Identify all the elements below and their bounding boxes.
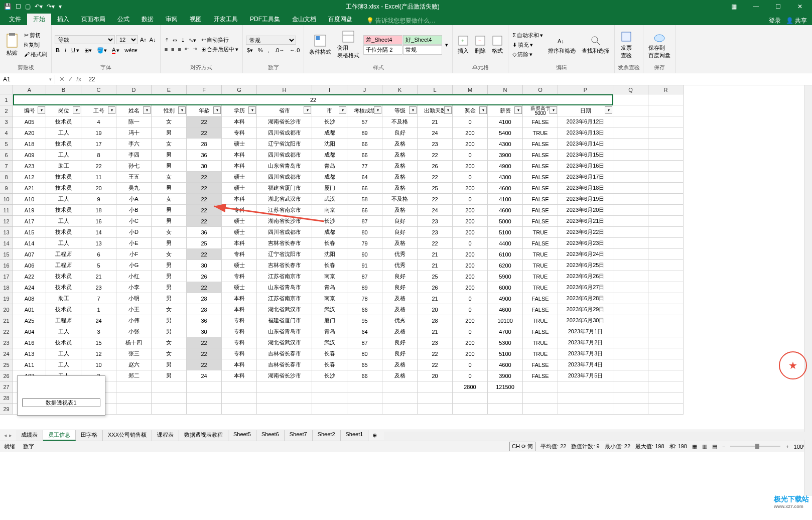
cell[interactable]: 武汉	[312, 194, 347, 205]
cell[interactable]: 良好	[382, 348, 418, 359]
cell[interactable]	[648, 315, 684, 326]
cell[interactable]: 0	[453, 293, 488, 304]
cell[interactable]: TRUE	[523, 315, 558, 326]
cell[interactable]: 助工	[46, 293, 81, 304]
cell[interactable]	[187, 381, 222, 393]
cell[interactable]	[382, 381, 418, 393]
cell[interactable]: 22	[187, 127, 222, 139]
sheet-nav-first-icon[interactable]: ◂	[4, 432, 7, 439]
cell[interactable]: 2023年6月14日	[558, 139, 613, 150]
cell[interactable]: 工程师	[46, 260, 81, 271]
cell[interactable]: A17	[13, 216, 46, 227]
cell[interactable]	[648, 205, 684, 216]
cell[interactable]	[558, 393, 613, 404]
cell[interactable]: 南京	[312, 293, 347, 304]
cell[interactable]: 良好	[382, 271, 418, 282]
cell[interactable]: 及格	[382, 150, 418, 161]
cell[interactable]: 22	[418, 194, 453, 205]
cell[interactable]: 200	[453, 183, 488, 194]
row-header-29[interactable]: 29	[0, 404, 13, 415]
cell[interactable]: 2023年7月1日	[558, 326, 613, 337]
cell[interactable]: 专科	[222, 271, 257, 282]
minimize-icon[interactable]: —	[746, 0, 766, 13]
cell[interactable]: 专科	[222, 348, 257, 359]
cell[interactable]: A25	[13, 315, 46, 326]
cell[interactable]	[523, 393, 558, 404]
cell[interactable]: 24	[81, 315, 116, 326]
cell[interactable]: 2023年6月13日	[558, 127, 613, 139]
cell[interactable]: A16	[13, 337, 46, 348]
cell[interactable]: 21	[81, 271, 116, 282]
undo-icon[interactable]: ↶▾	[35, 3, 43, 10]
paste-button[interactable]: 粘贴	[3, 26, 21, 63]
cell[interactable]: 200	[453, 249, 488, 260]
cell[interactable]	[648, 381, 684, 393]
tab-view[interactable]: 视图	[184, 14, 208, 25]
cell[interactable]: 湖南省长沙市	[257, 216, 312, 227]
cell[interactable]: 2023年6月26日	[558, 271, 613, 282]
cell[interactable]	[648, 359, 684, 370]
cell[interactable]: 90	[347, 249, 382, 260]
cell[interactable]: 8	[81, 150, 116, 161]
cell[interactable]: 22	[187, 337, 222, 348]
cell[interactable]: 陈一	[116, 116, 152, 127]
cell[interactable]: 南京	[312, 205, 347, 216]
cut-button[interactable]: ✂ 剪切	[23, 31, 48, 40]
cell[interactable]: 26	[418, 161, 453, 172]
cell[interactable]: 吴九	[116, 183, 152, 194]
cell[interactable]: 沈阳	[312, 139, 347, 150]
cell[interactable]: 吉林省长春市	[257, 238, 312, 249]
cell[interactable]: 200	[453, 227, 488, 238]
cell[interactable]: 小B	[116, 205, 152, 216]
cell[interactable]: 64	[347, 172, 382, 183]
cell[interactable]: 10	[81, 359, 116, 370]
cell[interactable]	[453, 393, 488, 404]
cell[interactable]: 长春	[312, 348, 347, 359]
cell[interactable]: 男	[152, 183, 187, 194]
cell[interactable]: 长沙	[312, 370, 347, 381]
cell[interactable]: 22	[187, 194, 222, 205]
cell[interactable]: 5300	[488, 337, 523, 348]
bold-icon[interactable]: B	[55, 46, 61, 55]
cell[interactable]: 王五	[116, 172, 152, 183]
cell[interactable]: 李四	[116, 150, 152, 161]
dec-decimal-icon[interactable]: ←.0	[289, 47, 301, 54]
cell[interactable]: 良好	[382, 282, 418, 293]
cell[interactable]: 本科	[222, 293, 257, 304]
cell[interactable]: 2023年7月2日	[558, 337, 613, 348]
cell[interactable]: 孙七	[116, 161, 152, 172]
cell[interactable]	[257, 393, 312, 404]
sheet-nav-last-icon[interactable]: ▸	[9, 432, 12, 439]
cell[interactable]: 男	[152, 216, 187, 227]
cell[interactable]	[418, 381, 453, 393]
tab-insert[interactable]: 插入	[51, 14, 75, 25]
cell[interactable]: 技术员	[46, 139, 81, 150]
cell[interactable]: 200	[453, 348, 488, 359]
cell[interactable]: 0	[453, 150, 488, 161]
col-header-L[interactable]: L	[418, 85, 453, 94]
cell[interactable]: 21	[418, 326, 453, 337]
cell[interactable]: 66	[347, 205, 382, 216]
cell[interactable]: 28	[418, 315, 453, 326]
cell[interactable]	[648, 216, 684, 227]
cell[interactable]: 及格	[382, 359, 418, 370]
cell[interactable]: 78	[347, 293, 382, 304]
cell[interactable]: 22	[187, 216, 222, 227]
cell[interactable]	[648, 282, 684, 293]
cell[interactable]: FALSE	[523, 172, 558, 183]
cell[interactable]: 工人	[46, 238, 81, 249]
cell[interactable]	[347, 393, 382, 404]
cell[interactable]: 小红	[116, 271, 152, 282]
cell[interactable]: 冯十	[116, 127, 152, 139]
cell[interactable]: 四川省成都市	[257, 150, 312, 161]
cell[interactable]	[152, 404, 187, 415]
cell[interactable]	[116, 393, 152, 404]
tab-baidu[interactable]: 百度网盘	[322, 14, 358, 25]
tab-data[interactable]: 数据	[136, 14, 160, 25]
cell[interactable]: 技术员	[46, 205, 81, 216]
cell[interactable]: 湖南省长沙市	[257, 116, 312, 127]
cell[interactable]: 19	[81, 127, 116, 139]
new-sheet-icon[interactable]: ⊕	[368, 432, 381, 439]
cell[interactable]: 24	[418, 127, 453, 139]
cell[interactable]: 25	[418, 183, 453, 194]
